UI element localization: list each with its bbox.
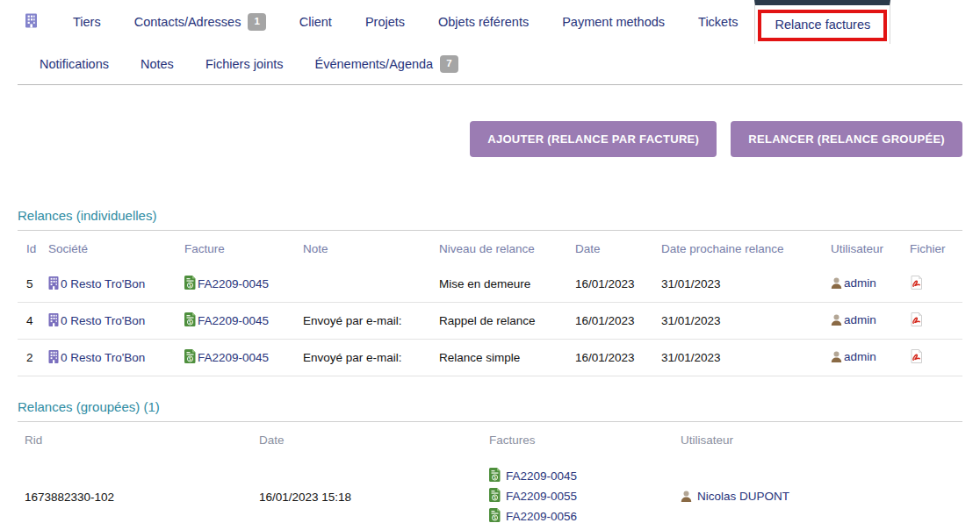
user-link[interactable]: admin bbox=[844, 276, 876, 290]
cell-date: 16/01/2023 15:18 bbox=[259, 457, 489, 523]
cell-rid: 1673882330-102 bbox=[18, 457, 259, 523]
invoice-dollar-icon: $ bbox=[489, 468, 501, 487]
table-row: 2 0 Resto Tro'Bon $FA2209-0045 Envoyé pa… bbox=[18, 340, 962, 376]
invoice-link[interactable]: FA2209-0056 bbox=[506, 510, 577, 523]
invoice-dollar-icon: $ bbox=[184, 312, 196, 329]
invoice-link[interactable]: FA2209-0045 bbox=[198, 277, 269, 290]
svg-text:$: $ bbox=[494, 494, 497, 500]
col-date: Date bbox=[575, 231, 661, 266]
user-link[interactable]: Nicolas DUPONT bbox=[697, 490, 789, 503]
tab-fichiers-joints[interactable]: Fichiers joints bbox=[190, 57, 299, 71]
cell-user: admin bbox=[831, 303, 910, 340]
cell-invoices: $FA2209-0045 $FA2209-0055 $FA2209-0056 bbox=[489, 457, 681, 523]
cell-next-date: 31/01/2023 bbox=[661, 266, 831, 303]
company-link[interactable]: 0 Resto Tro'Bon bbox=[61, 314, 145, 327]
tab-contacts-adresses[interactable]: Contacts/Adresses 1 bbox=[118, 0, 283, 44]
invoice-link[interactable]: FA2209-0045 bbox=[198, 351, 269, 364]
tab-payment-methods[interactable]: Payment methods bbox=[545, 0, 681, 44]
action-buttons: AJOUTER (RELANCE PAR FACTURE) RELANCER (… bbox=[18, 121, 962, 157]
user-icon bbox=[831, 351, 842, 365]
col-note: Note bbox=[303, 231, 439, 266]
col-date: Date bbox=[259, 422, 489, 457]
tab-bar-primary: Tiers Contacts/Adresses 1 Client Projets… bbox=[0, 0, 980, 44]
cell-file bbox=[910, 340, 962, 376]
col-date-prochaine: Date prochaine relance bbox=[661, 231, 831, 266]
col-facture: Facture bbox=[184, 231, 303, 266]
individual-section-title: Relances (individuelles) bbox=[18, 208, 962, 231]
individual-reminders-section: Relances (individuelles) Id Société Fact… bbox=[0, 208, 980, 376]
pdf-file-icon[interactable] bbox=[910, 349, 923, 366]
user-link[interactable]: admin bbox=[844, 350, 876, 363]
cell-id: 5 bbox=[18, 266, 48, 303]
add-reminder-button[interactable]: AJOUTER (RELANCE PAR FACTURE) bbox=[470, 121, 717, 157]
invoice-dollar-icon: $ bbox=[184, 276, 196, 292]
cell-date: 16/01/2023 bbox=[575, 303, 661, 340]
building-icon bbox=[48, 350, 59, 366]
col-factures: Factures bbox=[489, 422, 681, 457]
table-row: 5 0 Resto Tro'Bon $FA2209-0045 Mise en d… bbox=[18, 266, 962, 303]
col-societe: Société bbox=[48, 231, 184, 266]
company-link[interactable]: 0 Resto Tro'Bon bbox=[61, 351, 145, 364]
user-icon bbox=[831, 277, 842, 291]
invoice-link[interactable]: FA2209-0045 bbox=[198, 314, 269, 327]
tab-evenements-agenda[interactable]: Événements/Agenda 7 bbox=[299, 55, 474, 73]
table-row: 1673882330-102 16/01/2023 15:18 $FA2209-… bbox=[18, 457, 962, 523]
individual-reminders-table: Id Société Facture Note Niveau de relanc… bbox=[18, 231, 962, 376]
invoice-dollar-icon: $ bbox=[489, 508, 501, 523]
tab-relance-factures[interactable]: Relance factures bbox=[754, 0, 890, 44]
col-fichier: Fichier bbox=[910, 231, 962, 266]
cell-company: 0 Resto Tro'Bon bbox=[48, 266, 184, 303]
cell-user: admin bbox=[831, 340, 910, 376]
building-icon bbox=[48, 313, 59, 329]
user-icon bbox=[681, 491, 692, 505]
cell-invoice: $FA2209-0045 bbox=[184, 340, 303, 376]
invoice-dollar-icon: $ bbox=[489, 488, 501, 507]
tab-bar-secondary: Notifications Notes Fichiers joints Évén… bbox=[0, 44, 980, 84]
cell-note bbox=[303, 266, 439, 303]
svg-text:$: $ bbox=[494, 514, 497, 520]
grouped-reminder-button[interactable]: RELANCER (RELANCE GROUPÉE) bbox=[731, 121, 962, 157]
cell-file bbox=[910, 266, 962, 303]
cell-note: Envoyé par e-mail: bbox=[303, 340, 439, 376]
tab-client[interactable]: Client bbox=[283, 0, 349, 44]
col-id: Id bbox=[18, 231, 48, 266]
tab-notes[interactable]: Notes bbox=[125, 57, 190, 71]
grouped-section-title: Relances (groupées) (1) bbox=[18, 399, 962, 422]
contacts-count-badge: 1 bbox=[248, 13, 265, 31]
col-niveau: Niveau de relance bbox=[439, 231, 575, 266]
tab-tiers[interactable]: Tiers bbox=[56, 0, 118, 44]
pdf-file-icon[interactable] bbox=[910, 312, 923, 329]
svg-text:$: $ bbox=[189, 282, 192, 288]
building-icon bbox=[25, 13, 38, 31]
cell-date: 16/01/2023 bbox=[575, 340, 661, 376]
tab-thirdparty-card[interactable] bbox=[18, 0, 56, 44]
cell-company: 0 Resto Tro'Bon bbox=[48, 340, 184, 376]
tab-projets[interactable]: Projets bbox=[349, 0, 422, 44]
tab-label: Contacts/Adresses bbox=[134, 15, 241, 29]
cell-level: Rappel de relance bbox=[439, 303, 575, 340]
cell-level: Mise en demeure bbox=[439, 266, 575, 303]
grouped-reminders-table: Rid Date Factures Utilisateur 1673882330… bbox=[18, 422, 962, 523]
tab-objets-referents[interactable]: Objets référents bbox=[422, 0, 545, 44]
cell-next-date: 31/01/2023 bbox=[661, 340, 831, 376]
user-link[interactable]: admin bbox=[844, 313, 876, 326]
col-rid: Rid bbox=[18, 422, 259, 457]
tab-tickets[interactable]: Tickets bbox=[681, 0, 754, 44]
cell-user: Nicolas DUPONT bbox=[681, 457, 962, 523]
cell-next-date: 31/01/2023 bbox=[661, 303, 831, 340]
cell-note: Envoyé par e-mail: bbox=[303, 303, 439, 340]
invoice-link[interactable]: FA2209-0055 bbox=[506, 490, 577, 503]
cell-id: 2 bbox=[18, 340, 48, 376]
user-icon bbox=[831, 314, 842, 328]
cell-invoice: $FA2209-0045 bbox=[184, 266, 303, 303]
svg-text:$: $ bbox=[189, 319, 192, 325]
col-utilisateur: Utilisateur bbox=[681, 422, 962, 457]
company-link[interactable]: 0 Resto Tro'Bon bbox=[61, 277, 145, 290]
tab-label: Événements/Agenda bbox=[315, 57, 434, 71]
invoice-dollar-icon: $ bbox=[184, 349, 196, 366]
cell-file bbox=[910, 303, 962, 340]
agenda-count-badge: 7 bbox=[440, 55, 458, 73]
tab-notifications[interactable]: Notifications bbox=[24, 57, 125, 71]
pdf-file-icon[interactable] bbox=[910, 276, 923, 292]
invoice-link[interactable]: FA2209-0045 bbox=[506, 469, 577, 483]
